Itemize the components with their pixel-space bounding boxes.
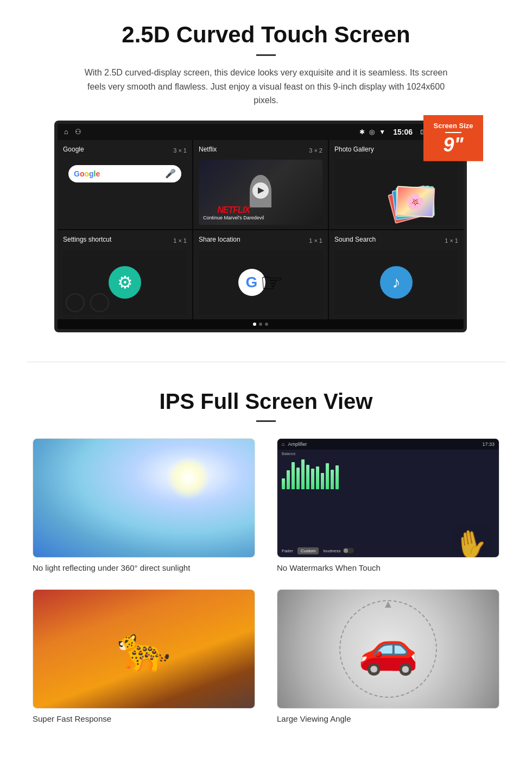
google-label-row: Google 3 × 1	[63, 146, 187, 155]
features-grid: No light reflecting under 360° direct su…	[33, 438, 499, 724]
google-app-size: 3 × 1	[173, 147, 187, 154]
toggle-bar[interactable]	[343, 548, 354, 553]
google-app-label: Google	[63, 146, 84, 153]
section1-description: With 2.5D curved-display screen, this de…	[81, 66, 451, 108]
usb-icon: ⚇	[75, 128, 81, 136]
amp-bar-10	[331, 470, 334, 489]
dot-1	[253, 323, 256, 326]
amp-bar-7	[316, 466, 319, 489]
amp-bar-0	[282, 478, 285, 489]
ghost-circle-2	[90, 293, 109, 312]
app-cell-share[interactable]: Share location 1 × 1 G ☞	[193, 230, 328, 319]
amplifier-image: ⌂ Amplifier 17:33 Balance Fader Custom	[277, 438, 499, 558]
amp-bar-4	[301, 459, 305, 489]
bluetooth-icon: ✱	[359, 128, 365, 136]
ghost-icons	[66, 293, 109, 312]
car-label: Large Viewing Angle	[277, 714, 351, 723]
amp-footer: Fader Custom loudness	[282, 547, 354, 554]
feature-amplifier: ⌂ Amplifier 17:33 Balance Fader Custom	[277, 438, 499, 573]
car-visual: 🚗 ▲	[277, 590, 499, 708]
section2-title: IPS Full Screen View	[33, 389, 499, 414]
google-search-bar[interactable]: Google 🎤	[68, 165, 181, 182]
home-icon-amp: ⌂	[282, 441, 284, 447]
location-icon: ◎	[369, 128, 375, 136]
feature-car: 🚗 ▲ Large Viewing Angle	[277, 589, 499, 724]
toggle-knob	[344, 548, 348, 553]
amp-bar-5	[306, 465, 309, 489]
loudness-label: loudness	[323, 548, 340, 553]
amp-bar-9	[326, 463, 329, 489]
share-app-label: Share location	[199, 236, 240, 243]
music-note-icon: ♪	[392, 273, 401, 292]
amp-title: Amplifier	[288, 441, 307, 447]
status-left-icons: ⌂ ⚇	[64, 128, 81, 136]
amp-bar-2	[292, 462, 295, 489]
settings-app-size: 1 × 1	[173, 237, 187, 244]
custom-button[interactable]: Custom	[297, 547, 319, 554]
netflix-logo-text: NETFLIX	[203, 205, 264, 215]
amp-labels: Balance	[282, 452, 495, 456]
netflix-bg: NETFLIX Continue Marvel's Daredevil	[199, 160, 322, 225]
amp-header: ⌂ Amplifier 17:33	[277, 439, 499, 450]
netflix-label-row: Netflix 3 × 2	[199, 146, 322, 155]
cheetah-icon: 🐆	[117, 623, 171, 674]
screen-size-badge: Screen Size 9"	[423, 115, 483, 161]
amp-bar-1	[287, 470, 290, 489]
netflix-cell-content: NETFLIX Continue Marvel's Daredevil	[199, 160, 322, 225]
app-cell-sound[interactable]: Sound Search 1 × 1 ♪	[329, 230, 464, 319]
sound-icon-circle: ♪	[380, 266, 413, 299]
sound-app-label: Sound Search	[334, 236, 376, 243]
wifi-icon: ▼	[379, 128, 385, 136]
sunlight-visual	[33, 439, 255, 557]
app-cell-settings[interactable]: Settings shortcut 1 × 1 ⚙	[58, 230, 192, 319]
car-image: 🚗 ▲	[277, 589, 499, 709]
ghost-circle-1	[66, 293, 85, 312]
photo-app-label: Photo Gallery	[334, 146, 374, 153]
gear-icon: ⚙	[117, 272, 133, 293]
device-wrapper: Screen Size 9" ⌂ ⚇ ✱ ◎ ▼ 15:06 ⊡ ◁) ⊠	[54, 121, 478, 332]
status-time: 15:06	[393, 128, 413, 136]
home-icon: ⌂	[64, 128, 68, 136]
app-cell-google[interactable]: Google 3 × 1 Google 🎤	[58, 140, 192, 229]
amp-bar-3	[296, 468, 300, 489]
sunlight-image	[33, 438, 255, 558]
badge-label: Screen Size	[432, 122, 474, 130]
play-button[interactable]	[252, 182, 269, 199]
share-app-size: 1 × 1	[309, 237, 322, 244]
view-circle	[339, 600, 437, 698]
app-cell-netflix[interactable]: Netflix 3 × 2 NETFLIX Continue Marvel's …	[193, 140, 328, 229]
sound-app-size: 1 × 1	[445, 237, 458, 244]
hand-pointing-icon: ☞	[260, 267, 283, 298]
google-logo: Google	[74, 169, 100, 178]
badge-divider	[445, 132, 461, 133]
section-ips: IPS Full Screen View No light reflecting…	[0, 384, 532, 746]
section1-divider	[256, 54, 276, 56]
arrow-up-icon: ▲	[383, 598, 394, 610]
section1-title: 2.5D Curved Touch Screen	[33, 22, 499, 48]
flower-icon: 🌸	[406, 192, 426, 211]
feature-sunlight: No light reflecting under 360° direct su…	[33, 438, 255, 573]
screen-dots	[58, 319, 464, 329]
settings-label-row: Settings shortcut 1 × 1	[63, 236, 187, 245]
cheetah-image: 🐆	[33, 589, 255, 709]
sunlight-label: No light reflecting under 360° direct su…	[33, 563, 190, 572]
settings-content: ⚙	[63, 250, 187, 315]
photo-gallery-content: 🌸	[334, 160, 458, 225]
google-cell-content: Google 🎤	[63, 160, 187, 225]
dot-3	[265, 323, 268, 326]
badge-size: 9"	[443, 134, 463, 156]
section2-divider	[256, 420, 276, 422]
share-label-row: Share location 1 × 1	[199, 236, 322, 245]
amplifier-visual: ⌂ Amplifier 17:33 Balance Fader Custom	[277, 439, 499, 557]
amp-time: 17:33	[482, 441, 495, 447]
netflix-subtitle: Continue Marvel's Daredevil	[203, 215, 264, 220]
fader-label: Fader	[282, 548, 293, 553]
play-icon	[258, 187, 264, 194]
dot-2	[259, 323, 262, 326]
settings-icon-circle: ⚙	[109, 266, 141, 299]
amp-bar-8	[321, 473, 324, 489]
cheetah-visual: 🐆	[33, 590, 255, 708]
app-grid: Google 3 × 1 Google 🎤	[58, 140, 464, 319]
amp-bar-6	[311, 469, 314, 489]
amp-body: Balance	[277, 450, 499, 491]
